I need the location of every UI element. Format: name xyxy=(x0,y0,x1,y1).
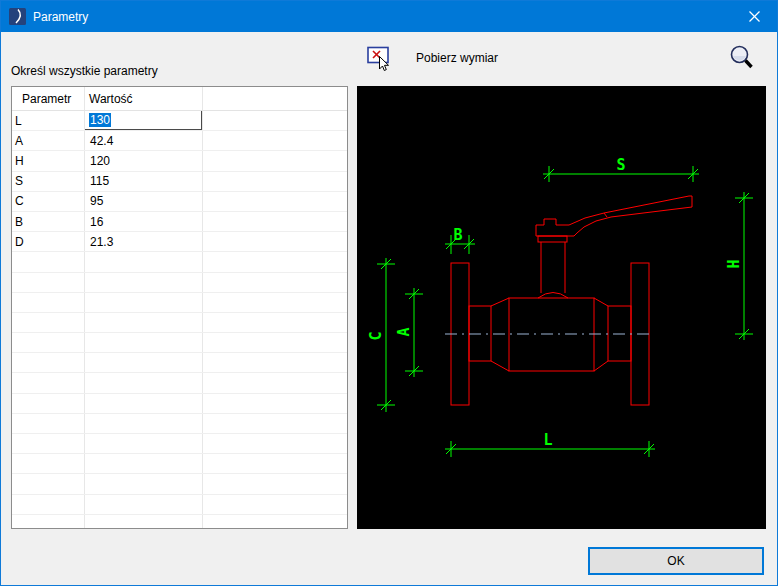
value-cell[interactable]: 42.4 xyxy=(85,131,203,150)
table-row xyxy=(12,454,347,474)
ok-button-label: OK xyxy=(667,554,684,568)
param-cell[interactable] xyxy=(12,495,85,514)
extra-cell[interactable] xyxy=(203,454,347,473)
value-cell[interactable] xyxy=(85,252,203,271)
param-cell[interactable] xyxy=(12,252,85,271)
table-row xyxy=(12,333,347,353)
extra-cell[interactable] xyxy=(203,414,347,433)
extra-cell[interactable] xyxy=(203,111,347,130)
titlebar[interactable]: Parametry xyxy=(1,1,777,32)
value-cell[interactable] xyxy=(85,434,203,453)
extra-cell[interactable] xyxy=(203,172,347,191)
table-row xyxy=(12,474,347,494)
param-cell[interactable] xyxy=(12,293,85,312)
extra-cell[interactable] xyxy=(203,434,347,453)
extra-cell[interactable] xyxy=(203,474,347,493)
table-row: B16 xyxy=(12,212,347,232)
extra-cell[interactable] xyxy=(203,192,347,211)
pick-dimension-icon[interactable] xyxy=(367,46,393,72)
extra-cell[interactable] xyxy=(203,232,347,251)
param-cell[interactable] xyxy=(12,373,85,392)
value-cell[interactable] xyxy=(85,373,203,392)
close-button[interactable] xyxy=(732,1,777,32)
value-cell[interactable] xyxy=(85,394,203,413)
ok-button[interactable]: OK xyxy=(588,547,764,575)
parameters-dialog: Parametry Pobierz wymiar Określ wszystki… xyxy=(0,0,778,586)
table-row xyxy=(12,252,347,272)
drawing-preview-panel[interactable]: S B C A H L xyxy=(357,86,766,529)
dim-label-c: C xyxy=(367,331,385,340)
value-cell[interactable] xyxy=(85,353,203,372)
value-cell[interactable]: 120 xyxy=(85,151,203,170)
extra-cell[interactable] xyxy=(203,515,347,529)
value-cell[interactable]: 95 xyxy=(85,192,203,211)
value-cell[interactable] xyxy=(85,495,203,514)
dim-label-l: L xyxy=(543,431,552,449)
params-section-label: Określ wszystkie parametry xyxy=(11,64,158,78)
value-cell[interactable] xyxy=(85,474,203,493)
extra-cell[interactable] xyxy=(203,151,347,170)
param-cell[interactable]: B xyxy=(12,212,85,231)
param-cell[interactable] xyxy=(12,313,85,332)
value-cell[interactable]: 115 xyxy=(85,172,203,191)
param-cell[interactable] xyxy=(12,333,85,352)
extra-cell[interactable] xyxy=(203,212,347,231)
extra-cell[interactable] xyxy=(203,313,347,332)
extra-cell[interactable] xyxy=(203,495,347,514)
param-cell[interactable]: H xyxy=(12,151,85,170)
param-cell[interactable] xyxy=(12,515,85,529)
dim-label-h: H xyxy=(725,259,743,268)
app-arc-icon xyxy=(9,8,26,25)
value-cell[interactable] xyxy=(85,273,203,292)
table-row: A42.4 xyxy=(12,131,347,151)
header-extra xyxy=(203,87,347,110)
extra-cell[interactable] xyxy=(203,252,347,271)
param-cell[interactable]: D xyxy=(12,232,85,251)
table-row xyxy=(12,313,347,333)
param-cell[interactable]: A xyxy=(12,131,85,150)
value-cell[interactable] xyxy=(85,313,203,332)
valve-handle xyxy=(536,196,692,236)
extra-cell[interactable] xyxy=(203,293,347,312)
extra-cell[interactable] xyxy=(203,353,347,372)
header-parametr[interactable]: Parametr xyxy=(12,87,85,110)
table-row xyxy=(12,293,347,313)
param-cell[interactable] xyxy=(12,273,85,292)
window-title: Parametry xyxy=(33,10,88,24)
value-cell[interactable] xyxy=(85,333,203,352)
extra-cell[interactable] xyxy=(203,373,347,392)
table-row xyxy=(12,273,347,293)
value-cell[interactable] xyxy=(85,414,203,433)
table-row xyxy=(12,373,347,393)
extra-cell[interactable] xyxy=(203,273,347,292)
dim-label-a: A xyxy=(395,327,413,336)
param-cell[interactable]: C xyxy=(12,192,85,211)
param-cell[interactable] xyxy=(12,454,85,473)
extra-cell[interactable] xyxy=(203,131,347,150)
header-wartosc[interactable]: Wartość xyxy=(85,87,203,110)
table-row xyxy=(12,353,347,373)
table-row xyxy=(12,495,347,515)
value-cell[interactable]: 21.3 xyxy=(85,232,203,251)
param-cell[interactable]: L xyxy=(12,111,85,130)
table-row xyxy=(12,434,347,454)
value-cell[interactable]: 130 xyxy=(85,111,203,130)
value-cell[interactable] xyxy=(85,293,203,312)
parameter-table[interactable]: Parametr Wartość L130A42.4H120S115C95B16… xyxy=(11,86,348,529)
extra-cell[interactable] xyxy=(203,333,347,352)
value-edit-input[interactable]: 130 xyxy=(85,111,202,130)
param-cell[interactable] xyxy=(12,414,85,433)
param-cell[interactable] xyxy=(12,394,85,413)
param-cell[interactable] xyxy=(12,353,85,372)
param-cell[interactable] xyxy=(12,474,85,493)
value-cell[interactable] xyxy=(85,515,203,529)
magnifier-icon[interactable] xyxy=(727,43,755,72)
param-cell[interactable]: S xyxy=(12,172,85,191)
selected-text: 130 xyxy=(89,113,111,127)
value-cell[interactable] xyxy=(85,454,203,473)
close-icon xyxy=(749,11,760,22)
param-cell[interactable] xyxy=(12,434,85,453)
table-row: L130 xyxy=(12,111,347,131)
value-cell[interactable]: 16 xyxy=(85,212,203,231)
extra-cell[interactable] xyxy=(203,394,347,413)
